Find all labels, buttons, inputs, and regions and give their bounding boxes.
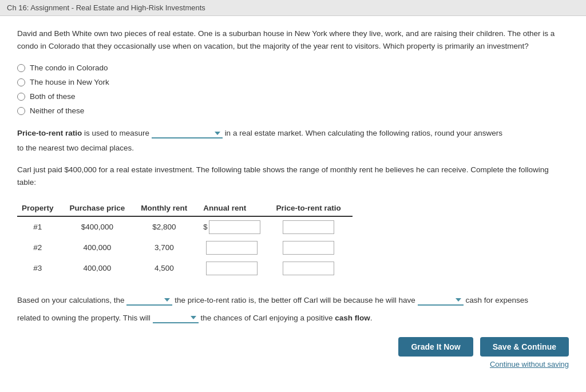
titlebar-text: Ch 16: Assignment - Real Estate and High…: [7, 3, 205, 12]
radio-item-4[interactable]: Neither of these: [17, 106, 569, 115]
radio-house[interactable]: [17, 78, 25, 86]
based-on-text3: cash for expenses: [465, 296, 528, 304]
continue-link-text[interactable]: Continue without saving: [490, 360, 569, 369]
dollar-sign-1: $: [203, 223, 207, 231]
radio-label-both: Both of these: [30, 92, 76, 101]
cell-ratio-3: [272, 258, 353, 279]
cell-monthly-3: 4,500: [136, 258, 199, 279]
radio-item-1[interactable]: The condo in Colorado: [17, 64, 569, 72]
table-row: #2 400,000 3,700: [17, 237, 353, 258]
price-rent-dropdown[interactable]: housing supply housing demand affordabil…: [152, 129, 223, 138]
decimal-note: to the nearest two decimal places.: [17, 144, 569, 152]
cell-ratio-1: [272, 216, 353, 237]
annual-rent-input-1[interactable]: [209, 220, 260, 234]
cell-purchase-1: $400,000: [65, 216, 137, 237]
continue-without-saving-link[interactable]: Continue without saving: [17, 360, 569, 369]
based-on-section: Based on your calculations, the higher l…: [17, 292, 569, 326]
related-text: related to owning the property. This wil…: [17, 314, 153, 322]
radio-label-house: The house in New York: [30, 78, 109, 86]
price-rent-section: Price-to-rent ratio is used to measure h…: [17, 126, 569, 152]
cell-property-3: #3: [17, 258, 65, 279]
based-on-dropdown-2[interactable]: more less: [418, 296, 464, 306]
cell-annual-3: [199, 258, 271, 279]
button-row: Grade It Now Save & Continue: [17, 337, 569, 357]
th-purchase-price: Purchase price: [65, 200, 137, 216]
based-on-dropdown-1[interactable]: higher lower: [126, 296, 172, 306]
based-on-text1: Based on your calculations, the: [17, 296, 126, 304]
radio-neither[interactable]: [17, 107, 25, 115]
annual-rent-input-3[interactable]: [206, 262, 258, 275]
cell-monthly-2: 3,700: [136, 237, 199, 258]
radio-label-condo: The condo in Colorado: [30, 64, 108, 72]
radio-group: The condo in Colorado The house in New Y…: [17, 64, 569, 115]
radio-both[interactable]: [17, 93, 25, 101]
cell-monthly-1: $2,800: [136, 216, 199, 237]
radio-label-neither: Neither of these: [30, 106, 84, 115]
th-property: Property: [17, 200, 65, 216]
price-rent-text2: in a real estate market. When calculatin…: [225, 129, 503, 137]
radio-item-2[interactable]: The house in New York: [17, 78, 569, 86]
cash-flow-bold: cash flow: [335, 314, 370, 322]
th-monthly-rent: Monthly rent: [136, 200, 199, 216]
radio-item-3[interactable]: Both of these: [17, 92, 569, 101]
th-annual-rent: Annual rent: [199, 200, 271, 216]
save-continue-button[interactable]: Save & Continue: [480, 337, 569, 357]
based-on-text2: the price-to-rent ratio is, the better o…: [175, 296, 417, 304]
price-rent-text1: is used to measure: [84, 129, 152, 137]
annual-rent-input-2[interactable]: [206, 241, 258, 255]
table-row: #3 400,000 4,500: [17, 258, 353, 279]
price-rent-bold: Price-to-rent ratio: [17, 129, 82, 137]
this-will-line: related to owning the property. This wil…: [17, 310, 569, 326]
content-area: David and Beth White own two pieces of r…: [0, 16, 586, 392]
cell-purchase-2: 400,000: [65, 237, 137, 258]
grade-it-now-button[interactable]: Grade It Now: [398, 337, 473, 357]
cell-annual-2: [199, 237, 271, 258]
annual-wrap-1: $: [203, 220, 260, 234]
intro-paragraph: David and Beth White own two pieces of r…: [17, 27, 569, 52]
cell-ratio-2: [272, 237, 353, 258]
ratio-input-1[interactable]: [283, 220, 334, 234]
price-rent-line: Price-to-rent ratio is used to measure h…: [17, 126, 569, 140]
cell-purchase-3: 400,000: [65, 258, 137, 279]
radio-condo[interactable]: [17, 64, 25, 72]
table-section: Property Purchase price Monthly rent Ann…: [17, 200, 569, 279]
cell-annual-1: $: [199, 216, 271, 237]
table-header-row: Property Purchase price Monthly rent Ann…: [17, 200, 353, 216]
ratio-input-3[interactable]: [283, 262, 334, 275]
ratio-input-2[interactable]: [283, 241, 334, 255]
th-price-to-rent: Price-to-rent ratio: [272, 200, 353, 216]
this-will-dropdown[interactable]: increase decrease: [153, 314, 199, 323]
based-on-line: Based on your calculations, the higher l…: [17, 292, 569, 308]
carl-paragraph: Carl just paid $400,000 for a real estat…: [17, 164, 569, 188]
cell-property-2: #2: [17, 237, 65, 258]
table-row: #1 $400,000 $2,800 $: [17, 216, 353, 237]
window-titlebar: Ch 16: Assignment - Real Estate and High…: [0, 0, 586, 16]
cell-property-1: #1: [17, 216, 65, 237]
chances-text: the chances of Carl enjoying a positive …: [200, 314, 372, 322]
investment-table: Property Purchase price Monthly rent Ann…: [17, 200, 353, 279]
